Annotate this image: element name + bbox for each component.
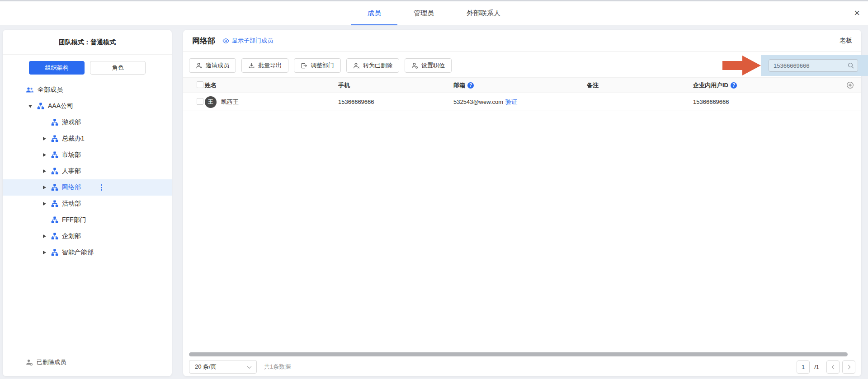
department-icon <box>51 119 58 126</box>
select-all-checkbox[interactable] <box>197 81 203 88</box>
show-sub-dept-label: 显示子部门成员 <box>232 37 273 45</box>
member-search-input[interactable] <box>769 59 858 72</box>
member-email: 532543@wew.com <box>453 98 503 105</box>
person-gear-icon <box>411 62 418 69</box>
invite-member-button[interactable]: 邀请成员 <box>189 58 236 73</box>
batch-export-button[interactable]: 批量导出 <box>241 58 288 73</box>
tab-members[interactable]: 成员 <box>351 1 397 25</box>
tree-item-label: AAA公司 <box>48 102 73 110</box>
total-count-label: 共1条数据 <box>264 363 291 371</box>
prev-page-button[interactable] <box>826 360 840 374</box>
tab-admins[interactable]: 管理员 <box>397 1 450 25</box>
tree-item-fff-dept[interactable]: FFF部门 <box>3 212 172 228</box>
move-to-deleted-button[interactable]: 转为已删除 <box>346 58 399 73</box>
chevron-right-icon[interactable] <box>41 169 47 173</box>
boss-link[interactable]: 老板 <box>840 37 852 45</box>
tree-item-label: 活动部 <box>62 200 81 208</box>
pager: 1 /1 <box>797 360 855 374</box>
button-label: 邀请成员 <box>206 61 229 70</box>
tree-item-president-office[interactable]: 总裁办1 <box>3 131 172 147</box>
tree-item-hr-dept[interactable]: 人事部 <box>3 163 172 179</box>
department-icon <box>51 135 58 142</box>
member-toolbar: 邀请成员 批量导出 调整部门 转为已删除 设置职位 <box>183 52 861 73</box>
move-out-icon <box>301 62 307 69</box>
eye-icon <box>222 37 229 44</box>
show-sub-dept-link[interactable]: 显示子部门成员 <box>222 37 273 45</box>
member-name: 凯西王 <box>221 98 239 106</box>
tree-item-label: 市场部 <box>62 151 81 159</box>
department-icon <box>51 200 58 207</box>
department-icon <box>51 216 58 224</box>
department-icon <box>51 184 58 191</box>
org-structure-button[interactable]: 组织架构 <box>29 61 85 75</box>
header-email-label: 邮箱 <box>453 81 465 89</box>
column-settings-icon[interactable] <box>846 81 854 89</box>
search-icon[interactable] <box>847 62 854 69</box>
tree-item-company[interactable]: AAA公司 <box>3 98 172 114</box>
chevron-right-icon[interactable] <box>41 137 47 140</box>
chevron-right-icon[interactable] <box>41 153 47 157</box>
department-icon <box>51 249 58 256</box>
tree-item-marketing-dept[interactable]: 市场部 <box>3 147 172 163</box>
page-size-select[interactable]: 20 条/页 <box>189 360 257 374</box>
tree-item-label: 总裁办1 <box>62 135 85 143</box>
people-group-icon <box>26 86 34 94</box>
tree-item-activity-dept[interactable]: 活动部 <box>3 196 172 212</box>
tree-item-label: 游戏部 <box>62 118 81 126</box>
horizontal-scrollbar[interactable] <box>189 352 848 356</box>
chevron-down-icon <box>247 364 252 369</box>
tab-external-contacts[interactable]: 外部联系人 <box>450 1 517 25</box>
org-sidebar: 团队模式：普通模式 组织架构 角色 全部成员 AAA公司 游戏部 <box>3 30 172 376</box>
current-page-box[interactable]: 1 <box>797 360 810 374</box>
header-phone: 手机 <box>338 81 453 89</box>
header-remark: 备注 <box>587 81 693 89</box>
department-icon <box>37 103 44 110</box>
search-highlight-overlay <box>761 55 868 76</box>
member-phone: 15366669666 <box>338 98 453 105</box>
table-header-row: 姓名 手机 邮箱 ? 备注 企业内用户ID ? <box>183 77 861 93</box>
help-icon[interactable]: ? <box>731 82 737 89</box>
tree-item-smart-capacity-dept[interactable]: 智能产能部 <box>3 244 172 261</box>
next-page-button[interactable] <box>842 360 855 374</box>
divider <box>3 54 172 55</box>
department-icon <box>51 233 58 240</box>
member-user-id: 15366669666 <box>693 98 842 105</box>
tree-item-network-dept[interactable]: 网络部 <box>3 179 172 196</box>
button-label: 转为已删除 <box>363 61 392 70</box>
more-actions-icon[interactable] <box>99 182 104 192</box>
department-icon <box>51 151 58 159</box>
total-pages-label: /1 <box>814 364 819 370</box>
chevron-right-icon[interactable] <box>41 202 47 206</box>
chevron-right-icon[interactable] <box>41 234 47 238</box>
set-position-button[interactable]: 设置职位 <box>405 58 452 73</box>
chevron-right-icon[interactable] <box>41 186 47 189</box>
tree-item-label: 网络部 <box>62 183 81 192</box>
search-box <box>769 59 858 72</box>
adjust-department-button[interactable]: 调整部门 <box>294 58 341 73</box>
tree-item-label: 智能产能部 <box>62 248 94 257</box>
page-size-value: 20 条/页 <box>195 363 217 371</box>
deleted-person-icon <box>26 359 33 366</box>
deleted-members-link[interactable]: 已删除成员 <box>3 355 172 370</box>
role-button[interactable]: 角色 <box>90 61 146 75</box>
header-user-id: 企业内用户ID ? <box>693 81 842 89</box>
tree-item-label: 企划部 <box>62 232 81 240</box>
tree-item-all-members[interactable]: 全部成员 <box>3 82 172 98</box>
header-user-id-label: 企业内用户ID <box>693 81 728 89</box>
close-icon[interactable]: × <box>854 8 860 18</box>
tree-item-label: 全部成员 <box>38 86 63 94</box>
tree-item-games-dept[interactable]: 游戏部 <box>3 114 172 131</box>
department-icon <box>51 168 58 175</box>
verify-email-link[interactable]: 验证 <box>505 98 517 106</box>
department-header: 网络部 显示子部门成员 老板 <box>183 30 861 52</box>
chevron-down-icon[interactable] <box>27 105 33 108</box>
row-checkbox[interactable] <box>197 98 203 105</box>
help-icon[interactable]: ? <box>467 82 474 89</box>
deleted-members-label: 已删除成员 <box>37 358 66 366</box>
table-row[interactable]: 王 凯西王 15366669666 532543@wew.com 验证 1536… <box>183 93 861 111</box>
button-label: 调整部门 <box>311 61 334 70</box>
chevron-right-icon[interactable] <box>41 251 47 254</box>
avatar: 王 <box>205 96 217 108</box>
mode-switch: 组织架构 角色 <box>3 61 172 75</box>
tree-item-planning-dept[interactable]: 企划部 <box>3 228 172 244</box>
